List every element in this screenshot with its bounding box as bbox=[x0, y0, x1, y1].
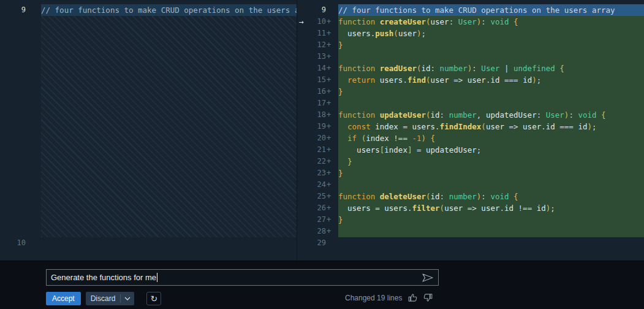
diff-line-21[interactable]: 21+ users[index] = updatedUser; bbox=[297, 144, 644, 156]
discard-button[interactable]: Discard bbox=[86, 294, 121, 303]
diff-line-29[interactable]: 29 bbox=[297, 237, 644, 249]
added-line-marker: + bbox=[326, 109, 333, 121]
diff-line-27[interactable]: 27+} bbox=[297, 214, 644, 226]
line-gutter: →10+ bbox=[297, 16, 338, 28]
code-line[interactable]: // four functions to make CRUD operation… bbox=[338, 4, 644, 16]
line-number: 25 bbox=[297, 191, 326, 202]
diff-line-17[interactable]: 17+ bbox=[297, 97, 644, 109]
code-line[interactable]: users.push(user); bbox=[338, 28, 644, 39]
line-number: 16 bbox=[297, 86, 326, 97]
diff-line-16[interactable]: 16+} bbox=[297, 86, 644, 97]
added-line-marker: + bbox=[326, 156, 333, 167]
code-line[interactable]: users[index] = updatedUser; bbox=[338, 144, 644, 156]
code-line[interactable] bbox=[338, 226, 644, 237]
chevron-down-icon[interactable] bbox=[121, 297, 134, 300]
discard-split-button[interactable]: Discard bbox=[86, 292, 135, 305]
line-number: 22 bbox=[297, 156, 326, 167]
added-line-marker: + bbox=[326, 132, 333, 144]
action-buttons: Accept Discard ↻ bbox=[46, 292, 161, 305]
diff-line-25[interactable]: 25+function deleteUser(id: number): void… bbox=[297, 191, 644, 202]
thumbs-down-icon[interactable] bbox=[423, 293, 433, 303]
line-number: 17 bbox=[297, 97, 326, 109]
line-gutter: 12+ bbox=[297, 39, 338, 51]
code-line[interactable]: return users.find(user => user.id === id… bbox=[338, 74, 644, 86]
refresh-icon[interactable]: ↻ bbox=[146, 292, 161, 305]
inline-chat-panel: Generate the functions for me Accept Dis… bbox=[0, 261, 644, 309]
added-line-marker: + bbox=[326, 191, 333, 202]
added-line-marker: + bbox=[326, 226, 333, 237]
change-status: Changed 19 lines bbox=[345, 293, 433, 303]
added-line-marker: + bbox=[326, 214, 333, 226]
code-line[interactable]: const index = users.findIndex(user => us… bbox=[338, 121, 644, 132]
code-line[interactable]: function deleteUser(id: number): void { bbox=[338, 191, 644, 202]
added-line-marker: + bbox=[326, 28, 333, 39]
added-line-marker: + bbox=[326, 51, 333, 63]
line-number: 9 bbox=[297, 4, 326, 16]
line-gutter: 25+ bbox=[297, 191, 338, 202]
code-line[interactable] bbox=[338, 237, 644, 249]
left-comment-line[interactable]: // four functions to make CRUD operation… bbox=[41, 4, 297, 16]
added-line-marker: + bbox=[326, 121, 333, 132]
code-line[interactable] bbox=[338, 179, 644, 191]
line-number: 12 bbox=[297, 39, 326, 51]
diff-line-12[interactable]: 12+} bbox=[297, 39, 644, 51]
diff-line-13[interactable]: 13+ bbox=[297, 51, 644, 63]
code-line[interactable]: users = users.filter(user => user.id !==… bbox=[338, 202, 644, 214]
diff-line-left-10[interactable]: 10 bbox=[0, 237, 297, 249]
line-number: 20 bbox=[297, 132, 326, 144]
code-line[interactable]: if (index !== -1) { bbox=[338, 132, 644, 144]
diff-editor: 9 // four functions to make CRUD operati… bbox=[0, 0, 644, 261]
code-line[interactable]: } bbox=[338, 167, 644, 179]
thumbs-up-icon[interactable] bbox=[407, 293, 417, 303]
code-line[interactable]: function createUser(user: User): void { bbox=[338, 16, 644, 28]
line-gutter: 23+ bbox=[297, 167, 338, 179]
code-line[interactable] bbox=[338, 51, 644, 63]
diff-line-23[interactable]: 23+} bbox=[297, 167, 644, 179]
line-number: 18 bbox=[297, 109, 326, 121]
line-gutter: 26+ bbox=[297, 202, 338, 214]
line-number: 10 bbox=[0, 237, 41, 249]
line-number: 28 bbox=[297, 226, 326, 237]
line-gutter: 21+ bbox=[297, 144, 338, 156]
line-number: 13 bbox=[297, 51, 326, 63]
code-line[interactable] bbox=[338, 97, 644, 109]
code-line[interactable]: } bbox=[338, 39, 644, 51]
line-gutter: 28+ bbox=[297, 226, 338, 237]
diff-line-22[interactable]: 22+ } bbox=[297, 156, 644, 167]
diff-line-10[interactable]: →10+function createUser(user: User): voi… bbox=[297, 16, 644, 28]
chat-input[interactable]: Generate the functions for me bbox=[46, 269, 439, 286]
accept-button[interactable]: Accept bbox=[46, 292, 81, 305]
chat-input-value: Generate the functions for me bbox=[51, 273, 156, 282]
code-line[interactable]: function readUser(id: number): User | un… bbox=[338, 63, 644, 74]
line-gutter: 16+ bbox=[297, 86, 338, 97]
diff-line-28[interactable]: 28+ bbox=[297, 226, 644, 237]
diff-line-14[interactable]: 14+function readUser(id: number): User |… bbox=[297, 63, 644, 74]
added-line-marker: + bbox=[326, 63, 333, 74]
diff-line-19[interactable]: 19+ const index = users.findIndex(user =… bbox=[297, 121, 644, 132]
line-number: 15 bbox=[297, 74, 326, 86]
diff-pane-modified: 9// four functions to make CRUD operatio… bbox=[297, 0, 644, 261]
right-code-lines: 9// four functions to make CRUD operatio… bbox=[297, 4, 644, 249]
diff-line-24[interactable]: 24+ bbox=[297, 179, 644, 191]
line-number: 19 bbox=[297, 121, 326, 132]
line-number: 29 bbox=[297, 237, 326, 249]
added-line-marker bbox=[326, 4, 333, 16]
code-line[interactable]: } bbox=[338, 214, 644, 226]
diff-line-9[interactable]: 9// four functions to make CRUD operatio… bbox=[297, 4, 644, 16]
added-line-marker: + bbox=[326, 144, 333, 156]
code-line[interactable] bbox=[41, 237, 297, 249]
diff-line-26[interactable]: 26+ users = users.filter(user => user.id… bbox=[297, 202, 644, 214]
diff-line-18[interactable]: 18+function updateUser(id: number, updat… bbox=[297, 109, 644, 121]
diff-line-left-9[interactable]: 9 // four functions to make CRUD operati… bbox=[0, 4, 297, 16]
send-icon[interactable] bbox=[422, 272, 434, 283]
diff-line-15[interactable]: 15+ return users.find(user => user.id ==… bbox=[297, 74, 644, 86]
line-number: 24 bbox=[297, 179, 326, 191]
line-gutter: 9 bbox=[297, 4, 338, 16]
diff-line-11[interactable]: 11+ users.push(user); bbox=[297, 28, 644, 39]
diff-line-20[interactable]: 20+ if (index !== -1) { bbox=[297, 132, 644, 144]
code-line[interactable]: } bbox=[338, 86, 644, 97]
code-line[interactable]: } bbox=[338, 156, 644, 167]
code-line[interactable]: function updateUser(id: number, updatedU… bbox=[338, 109, 644, 121]
added-line-marker: + bbox=[326, 97, 333, 109]
text-cursor bbox=[157, 273, 157, 282]
